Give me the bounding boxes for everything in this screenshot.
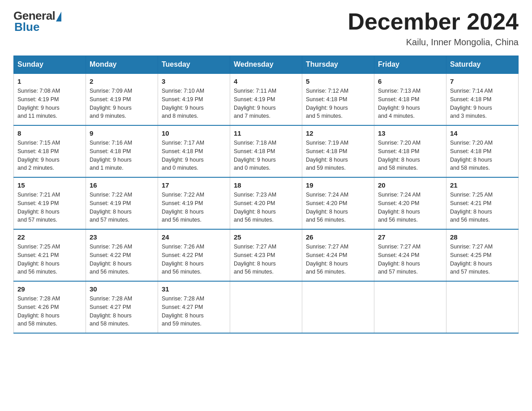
calendar-cell: 4Sunrise: 7:11 AMSunset: 4:19 PMDaylight…: [230, 73, 302, 125]
day-info: Sunrise: 7:11 AMSunset: 4:19 PMDaylight:…: [234, 87, 298, 120]
calendar-cell: [374, 281, 446, 333]
day-info: Sunrise: 7:27 AMSunset: 4:24 PMDaylight:…: [306, 243, 370, 276]
day-info: Sunrise: 7:27 AMSunset: 4:24 PMDaylight:…: [378, 243, 442, 276]
day-number: 24: [162, 233, 226, 241]
calendar-cell: 20Sunrise: 7:24 AMSunset: 4:20 PMDayligh…: [374, 177, 446, 229]
day-info: Sunrise: 7:26 AMSunset: 4:22 PMDaylight:…: [90, 243, 154, 276]
day-number: 28: [450, 233, 515, 241]
day-info: Sunrise: 7:27 AMSunset: 4:23 PMDaylight:…: [234, 243, 298, 276]
calendar-title: December 2024: [348, 9, 519, 34]
day-info: Sunrise: 7:24 AMSunset: 4:20 PMDaylight:…: [378, 191, 442, 224]
day-info: Sunrise: 7:14 AMSunset: 4:18 PMDaylight:…: [450, 87, 515, 120]
calendar-cell: 22Sunrise: 7:25 AMSunset: 4:21 PMDayligh…: [14, 229, 86, 281]
calendar-cell: [230, 281, 302, 333]
column-header-saturday: Saturday: [446, 56, 519, 74]
calendar-cell: 23Sunrise: 7:26 AMSunset: 4:22 PMDayligh…: [86, 229, 158, 281]
calendar-cell: 27Sunrise: 7:27 AMSunset: 4:24 PMDayligh…: [374, 229, 446, 281]
calendar-cell: 18Sunrise: 7:23 AMSunset: 4:20 PMDayligh…: [230, 177, 302, 229]
day-info: Sunrise: 7:22 AMSunset: 4:19 PMDaylight:…: [162, 191, 226, 224]
calendar-cell: 11Sunrise: 7:18 AMSunset: 4:18 PMDayligh…: [230, 125, 302, 177]
calendar-cell: 12Sunrise: 7:19 AMSunset: 4:18 PMDayligh…: [302, 125, 374, 177]
calendar-cell: 21Sunrise: 7:25 AMSunset: 4:21 PMDayligh…: [446, 177, 519, 229]
day-number: 26: [306, 233, 370, 241]
calendar-cell: 6Sunrise: 7:13 AMSunset: 4:18 PMDaylight…: [374, 73, 446, 125]
day-number: 21: [450, 181, 515, 189]
day-number: 1: [17, 77, 82, 85]
day-number: 27: [378, 233, 442, 241]
calendar-cell: 16Sunrise: 7:22 AMSunset: 4:19 PMDayligh…: [86, 177, 158, 229]
day-number: 9: [90, 129, 154, 137]
day-info: Sunrise: 7:25 AMSunset: 4:21 PMDaylight:…: [17, 243, 82, 276]
day-number: 5: [306, 77, 370, 85]
day-info: Sunrise: 7:08 AMSunset: 4:19 PMDaylight:…: [17, 87, 82, 120]
calendar-cell: 14Sunrise: 7:20 AMSunset: 4:18 PMDayligh…: [446, 125, 519, 177]
calendar-cell: 26Sunrise: 7:27 AMSunset: 4:24 PMDayligh…: [302, 229, 374, 281]
day-info: Sunrise: 7:17 AMSunset: 4:18 PMDaylight:…: [162, 139, 226, 172]
day-info: Sunrise: 7:16 AMSunset: 4:18 PMDaylight:…: [90, 139, 154, 172]
column-header-friday: Friday: [374, 56, 446, 74]
day-info: Sunrise: 7:18 AMSunset: 4:18 PMDaylight:…: [234, 139, 298, 172]
day-info: Sunrise: 7:20 AMSunset: 4:18 PMDaylight:…: [450, 139, 515, 172]
calendar-week-row: 29Sunrise: 7:28 AMSunset: 4:26 PMDayligh…: [14, 281, 519, 333]
calendar-cell: 2Sunrise: 7:09 AMSunset: 4:19 PMDaylight…: [86, 73, 158, 125]
day-number: 22: [17, 233, 82, 241]
calendar-cell: 19Sunrise: 7:24 AMSunset: 4:20 PMDayligh…: [302, 177, 374, 229]
column-header-sunday: Sunday: [14, 56, 86, 74]
day-number: 8: [17, 129, 82, 137]
calendar-cell: 9Sunrise: 7:16 AMSunset: 4:18 PMDaylight…: [86, 125, 158, 177]
day-number: 31: [162, 285, 226, 293]
day-info: Sunrise: 7:15 AMSunset: 4:18 PMDaylight:…: [17, 139, 82, 172]
calendar-cell: 29Sunrise: 7:28 AMSunset: 4:26 PMDayligh…: [14, 281, 86, 333]
day-info: Sunrise: 7:26 AMSunset: 4:22 PMDaylight:…: [162, 243, 226, 276]
title-section: December 2024 Kailu, Inner Mongolia, Chi…: [348, 9, 519, 47]
page-header: General Blue December 2024 Kailu, Inner …: [13, 9, 519, 47]
day-info: Sunrise: 7:21 AMSunset: 4:19 PMDaylight:…: [17, 191, 82, 224]
column-header-tuesday: Tuesday: [158, 56, 230, 74]
day-number: 3: [162, 77, 226, 85]
calendar-cell: 13Sunrise: 7:20 AMSunset: 4:18 PMDayligh…: [374, 125, 446, 177]
calendar-cell: 15Sunrise: 7:21 AMSunset: 4:19 PMDayligh…: [14, 177, 86, 229]
day-info: Sunrise: 7:09 AMSunset: 4:19 PMDaylight:…: [90, 87, 154, 120]
calendar-cell: 24Sunrise: 7:26 AMSunset: 4:22 PMDayligh…: [158, 229, 230, 281]
calendar-header-row: SundayMondayTuesdayWednesdayThursdayFrid…: [14, 56, 519, 74]
calendar-subtitle: Kailu, Inner Mongolia, China: [348, 37, 519, 47]
calendar-cell: 5Sunrise: 7:12 AMSunset: 4:18 PMDaylight…: [302, 73, 374, 125]
calendar-week-row: 22Sunrise: 7:25 AMSunset: 4:21 PMDayligh…: [14, 229, 519, 281]
day-number: 4: [234, 77, 298, 85]
day-info: Sunrise: 7:13 AMSunset: 4:18 PMDaylight:…: [378, 87, 442, 120]
day-number: 16: [90, 181, 154, 189]
day-number: 23: [90, 233, 154, 241]
day-info: Sunrise: 7:25 AMSunset: 4:21 PMDaylight:…: [450, 191, 515, 224]
column-header-thursday: Thursday: [302, 56, 374, 74]
day-info: Sunrise: 7:20 AMSunset: 4:18 PMDaylight:…: [378, 139, 442, 172]
calendar-cell: 28Sunrise: 7:27 AMSunset: 4:25 PMDayligh…: [446, 229, 519, 281]
day-number: 15: [17, 181, 82, 189]
day-info: Sunrise: 7:27 AMSunset: 4:25 PMDaylight:…: [450, 243, 515, 276]
calendar-cell: 25Sunrise: 7:27 AMSunset: 4:23 PMDayligh…: [230, 229, 302, 281]
calendar-cell: 30Sunrise: 7:28 AMSunset: 4:27 PMDayligh…: [86, 281, 158, 333]
day-number: 29: [17, 285, 82, 293]
day-info: Sunrise: 7:28 AMSunset: 4:26 PMDaylight:…: [17, 295, 82, 328]
day-number: 6: [378, 77, 442, 85]
day-info: Sunrise: 7:10 AMSunset: 4:19 PMDaylight:…: [162, 87, 226, 120]
day-number: 17: [162, 181, 226, 189]
logo-blue-text: Blue: [14, 20, 39, 34]
calendar-cell: 17Sunrise: 7:22 AMSunset: 4:19 PMDayligh…: [158, 177, 230, 229]
day-info: Sunrise: 7:19 AMSunset: 4:18 PMDaylight:…: [306, 139, 370, 172]
day-number: 25: [234, 233, 298, 241]
day-number: 2: [90, 77, 154, 85]
day-info: Sunrise: 7:24 AMSunset: 4:20 PMDaylight:…: [306, 191, 370, 224]
day-number: 12: [306, 129, 370, 137]
calendar-cell: 3Sunrise: 7:10 AMSunset: 4:19 PMDaylight…: [158, 73, 230, 125]
calendar-cell: 31Sunrise: 7:28 AMSunset: 4:27 PMDayligh…: [158, 281, 230, 333]
day-number: 7: [450, 77, 515, 85]
day-number: 18: [234, 181, 298, 189]
day-number: 19: [306, 181, 370, 189]
logo-triangle-icon: [56, 12, 61, 21]
logo: General Blue: [13, 9, 61, 34]
calendar-week-row: 1Sunrise: 7:08 AMSunset: 4:19 PMDaylight…: [14, 73, 519, 125]
calendar-cell: 8Sunrise: 7:15 AMSunset: 4:18 PMDaylight…: [14, 125, 86, 177]
day-info: Sunrise: 7:12 AMSunset: 4:18 PMDaylight:…: [306, 87, 370, 120]
day-number: 14: [450, 129, 515, 137]
day-info: Sunrise: 7:28 AMSunset: 4:27 PMDaylight:…: [90, 295, 154, 328]
